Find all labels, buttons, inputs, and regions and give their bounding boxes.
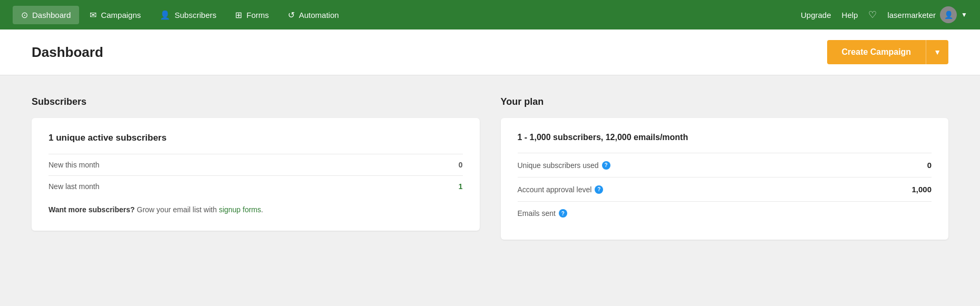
help-icon-approval-level[interactable]: ? — [595, 185, 603, 194]
plan-label-unique-subscribers: Unique subscribers used — [518, 161, 599, 170]
plan-section: Your plan 1 - 1,000 subscribers, 12,000 … — [501, 96, 949, 240]
period: . — [261, 205, 263, 214]
stat-value-new-this-month: 0 — [459, 161, 463, 169]
user-chevron-icon: ▼ — [961, 11, 967, 18]
forms-icon: ⊞ — [235, 10, 242, 20]
header-bar: Dashboard Create Campaign ▼ — [0, 29, 980, 75]
grow-text: Grow your email list with — [137, 205, 219, 214]
nav-label-dashboard: Dashboard — [32, 11, 71, 19]
nav-left: ⊙ Dashboard ✉ Campaigns 👤 Subscribers ⊞ … — [13, 6, 801, 24]
subscribers-card-title: 1 unique active subscribers — [48, 133, 463, 143]
plan-stat-label-unique: Unique subscribers used ? — [518, 161, 610, 170]
want-more-bold: Want more subscribers? — [48, 205, 135, 214]
signup-forms-link[interactable]: signup forms — [219, 205, 261, 214]
plan-stat-row-emails-sent: Emails sent ? — [518, 201, 932, 225]
stat-row-new-last-month: New last month 1 — [48, 175, 463, 197]
nav-item-automation[interactable]: ↺ Automation — [279, 6, 347, 24]
plan-label-approval-level: Account approval level — [518, 185, 592, 194]
subscribers-section: Subscribers 1 unique active subscribers … — [32, 96, 480, 240]
plan-value-approval-level: 1,000 — [911, 185, 932, 194]
plan-label-emails-sent: Emails sent — [518, 209, 556, 218]
stat-row-new-this-month: New this month 0 — [48, 154, 463, 175]
subscribers-section-title: Subscribers — [32, 96, 480, 107]
upgrade-link[interactable]: Upgrade — [801, 11, 831, 19]
nav-label-automation: Automation — [299, 11, 339, 19]
nav-label-campaigns: Campaigns — [101, 11, 141, 19]
nav-item-dashboard[interactable]: ⊙ Dashboard — [13, 6, 79, 24]
nav-item-forms[interactable]: ⊞ Forms — [227, 6, 277, 24]
help-icon-unique-subscribers[interactable]: ? — [602, 161, 610, 170]
avatar: 👤 — [940, 6, 957, 23]
plan-stat-label-emails-sent: Emails sent ? — [518, 209, 567, 218]
subscribers-icon: 👤 — [160, 10, 170, 20]
stat-value-new-last-month: 1 — [459, 182, 463, 191]
dashboard-icon: ⊙ — [21, 10, 28, 20]
main-nav: ⊙ Dashboard ✉ Campaigns 👤 Subscribers ⊞ … — [0, 0, 980, 29]
want-more-text: Want more subscribers? Grow your email l… — [48, 197, 463, 216]
subscribers-card: 1 unique active subscribers New this mon… — [32, 118, 480, 231]
help-icon-emails-sent[interactable]: ? — [559, 209, 567, 218]
nav-right: Upgrade Help ♡ lasermarketer 👤 ▼ — [801, 6, 967, 23]
plan-stat-label-approval: Account approval level ? — [518, 185, 604, 194]
create-campaign-button[interactable]: Create Campaign — [827, 40, 926, 64]
plan-value-unique-subscribers: 0 — [927, 161, 932, 170]
help-link[interactable]: Help — [842, 11, 858, 19]
user-menu[interactable]: lasermarketer 👤 ▼ — [887, 6, 967, 23]
heart-icon[interactable]: ♡ — [868, 9, 877, 21]
plan-stat-row-approval-level: Account approval level ? 1,000 — [518, 177, 932, 201]
plan-section-title: Your plan — [501, 96, 949, 107]
campaigns-icon: ✉ — [90, 10, 96, 20]
plan-card: 1 - 1,000 subscribers, 12,000 emails/mon… — [501, 118, 949, 240]
nav-label-forms: Forms — [246, 11, 269, 19]
username-label: lasermarketer — [887, 11, 936, 19]
create-campaign-dropdown-button[interactable]: ▼ — [926, 40, 948, 64]
main-content: Subscribers 1 unique active subscribers … — [0, 75, 980, 261]
nav-label-subscribers: Subscribers — [174, 11, 216, 19]
stat-label-new-this-month: New this month — [48, 161, 99, 169]
plan-header: 1 - 1,000 subscribers, 12,000 emails/mon… — [518, 133, 932, 142]
automation-icon: ↺ — [288, 10, 295, 20]
plan-stat-row-unique-subscribers: Unique subscribers used ? 0 — [518, 153, 932, 177]
stat-label-new-last-month: New last month — [48, 182, 99, 191]
nav-item-subscribers[interactable]: 👤 Subscribers — [151, 6, 225, 24]
nav-item-campaigns[interactable]: ✉ Campaigns — [81, 6, 149, 24]
page-title: Dashboard — [32, 44, 103, 61]
create-campaign-wrapper: Create Campaign ▼ — [827, 40, 948, 64]
